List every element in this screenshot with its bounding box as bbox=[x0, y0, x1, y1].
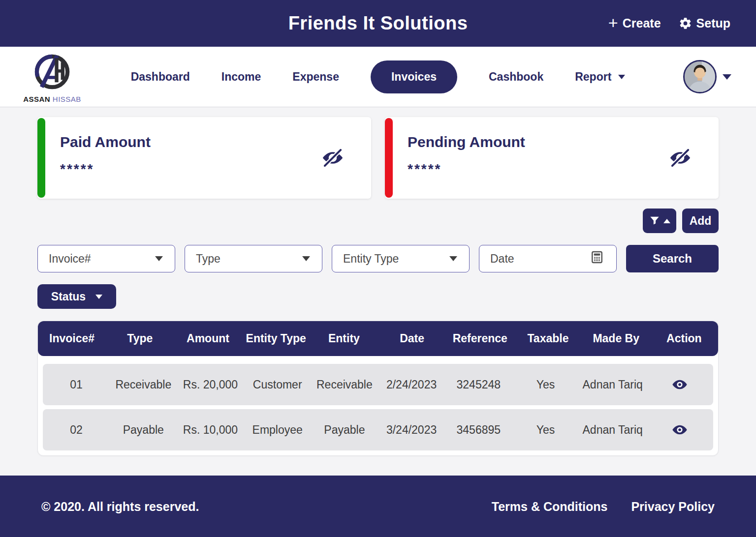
entity-type-select-value: Entity Type bbox=[343, 252, 399, 266]
create-button[interactable]: + Create bbox=[608, 15, 661, 32]
column-header: Reference bbox=[446, 332, 514, 345]
view-invoice-eye-icon[interactable] bbox=[672, 422, 688, 438]
create-button-label: Create bbox=[623, 16, 661, 30]
brand-logo-text: ASSAN HISSAB bbox=[23, 95, 81, 103]
nav-links: Dashboard Income Expense Invoices Cashbo… bbox=[131, 60, 626, 93]
table-header-row: Invoice# Type Amount Entity Type Entity … bbox=[38, 321, 718, 356]
cell-reference: 3245248 bbox=[445, 378, 512, 391]
invoices-table: Invoice# Type Amount Entity Type Entity … bbox=[37, 321, 719, 456]
paid-amount-card: Paid Amount ***** bbox=[37, 117, 371, 199]
cell-date: 3/24/2023 bbox=[378, 423, 445, 437]
summary-cards: Paid Amount ***** Pending Amount ***** bbox=[37, 117, 719, 199]
cell-invoice-number: 02 bbox=[43, 423, 110, 437]
filter-toggle-button[interactable] bbox=[643, 209, 676, 233]
cell-date: 2/24/2023 bbox=[378, 378, 445, 391]
column-header: Made By bbox=[582, 332, 650, 345]
column-header: Entity bbox=[310, 332, 378, 345]
user-menu[interactable] bbox=[683, 60, 731, 93]
terms-link[interactable]: Terms & Conditions bbox=[492, 500, 608, 514]
footer-links: Terms & Conditions Privacy Policy bbox=[492, 500, 715, 514]
main-nav: ASSAN HISSAB Dashboard Income Expense In… bbox=[0, 47, 756, 107]
gear-icon bbox=[679, 17, 692, 30]
nav-item-expense[interactable]: Expense bbox=[292, 70, 339, 84]
table-row: 02 Payable Rs. 10,000 Employee Payable 3… bbox=[43, 409, 713, 450]
column-header: Date bbox=[378, 332, 446, 345]
nav-item-report-label: Report bbox=[575, 70, 611, 84]
cell-entity: Payable bbox=[311, 423, 378, 437]
cell-amount: Rs. 20,000 bbox=[177, 378, 244, 391]
chevron-down-icon bbox=[618, 75, 625, 79]
nav-item-invoices[interactable]: Invoices bbox=[371, 60, 457, 93]
chevron-down-icon bbox=[155, 256, 163, 261]
column-header: Type bbox=[106, 332, 174, 345]
cell-entity-type: Customer bbox=[244, 378, 311, 391]
setup-button-label: Setup bbox=[696, 16, 730, 30]
type-select[interactable]: Type bbox=[185, 245, 322, 272]
chevron-down-icon bbox=[95, 295, 102, 299]
top-bar: Friends It Solutions + Create Setup bbox=[0, 0, 756, 47]
type-select-value: Type bbox=[196, 252, 220, 266]
nav-item-income[interactable]: Income bbox=[221, 70, 261, 84]
cell-made-by: Adnan Tariq bbox=[579, 378, 646, 391]
pending-accent-bar bbox=[385, 118, 393, 198]
cell-amount: Rs. 10,000 bbox=[177, 423, 244, 437]
chevron-down-icon bbox=[302, 256, 310, 261]
main-content: Paid Amount ***** Pending Amount ***** bbox=[0, 117, 756, 456]
funnel-icon bbox=[649, 215, 660, 227]
column-header: Taxable bbox=[514, 332, 582, 345]
plus-icon: + bbox=[608, 14, 618, 31]
cell-reference: 3456895 bbox=[445, 423, 512, 437]
cell-entity-type: Employee bbox=[244, 423, 311, 437]
privacy-link[interactable]: Privacy Policy bbox=[631, 500, 715, 514]
setup-button[interactable]: Setup bbox=[679, 16, 730, 30]
chevron-up-icon bbox=[663, 219, 670, 223]
footer: © 2020. All rights reserved. Terms & Con… bbox=[0, 476, 756, 537]
search-button[interactable]: Search bbox=[626, 245, 719, 272]
column-header: Action bbox=[650, 332, 718, 345]
column-header: Entity Type bbox=[242, 332, 310, 345]
paid-accent-bar bbox=[37, 118, 45, 198]
top-bar-actions: + Create Setup bbox=[608, 15, 730, 32]
cell-entity: Receivable bbox=[311, 378, 378, 391]
invoice-number-select[interactable]: Invoice# bbox=[37, 245, 175, 272]
copyright-text: © 2020. All rights reserved. bbox=[41, 500, 199, 514]
cell-invoice-number: 01 bbox=[43, 378, 110, 391]
date-input[interactable]: Date bbox=[479, 245, 617, 272]
table-actions-row: Add bbox=[37, 209, 719, 233]
eye-slash-icon[interactable] bbox=[322, 147, 344, 169]
status-select-label: Status bbox=[51, 290, 86, 303]
column-header: Amount bbox=[174, 332, 242, 345]
avatar bbox=[683, 60, 717, 93]
eye-slash-icon[interactable] bbox=[669, 147, 691, 169]
nav-item-cashbook[interactable]: Cashbook bbox=[489, 70, 543, 84]
cell-taxable: Yes bbox=[512, 423, 579, 437]
cell-type: Receivable bbox=[110, 378, 177, 391]
brand-logo[interactable]: ASSAN HISSAB bbox=[23, 52, 82, 103]
app-title: Friends It Solutions bbox=[288, 13, 468, 34]
filters-row: Invoice# Type Entity Type Date bbox=[37, 245, 719, 272]
add-button[interactable]: Add bbox=[682, 209, 719, 233]
view-invoice-eye-icon[interactable] bbox=[672, 377, 688, 392]
table-row: 01 Receivable Rs. 20,000 Customer Receiv… bbox=[43, 364, 713, 405]
nav-item-dashboard[interactable]: Dashboard bbox=[131, 70, 190, 84]
assan-hissab-logo-icon bbox=[32, 52, 72, 94]
cell-taxable: Yes bbox=[512, 378, 579, 391]
entity-type-select[interactable]: Entity Type bbox=[332, 245, 470, 272]
chevron-down-icon bbox=[449, 256, 457, 261]
column-header: Invoice# bbox=[38, 332, 106, 345]
invoice-number-select-value: Invoice# bbox=[49, 252, 91, 266]
pending-amount-card: Pending Amount ***** bbox=[385, 117, 719, 199]
calendar-icon[interactable] bbox=[590, 250, 604, 268]
cell-made-by: Adnan Tariq bbox=[579, 423, 646, 437]
cell-type: Payable bbox=[110, 423, 177, 437]
date-input-placeholder: Date bbox=[490, 252, 514, 266]
chevron-down-icon bbox=[723, 74, 731, 80]
nav-item-report[interactable]: Report bbox=[575, 70, 625, 84]
status-select[interactable]: Status bbox=[37, 284, 116, 309]
